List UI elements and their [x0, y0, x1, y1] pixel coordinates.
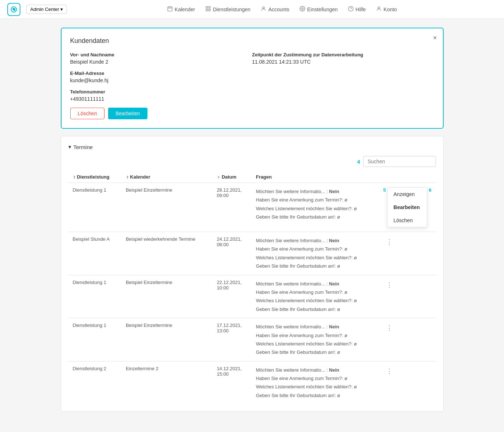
- cell-questions: Möchten Sie weitere Informatio... : Nein…: [251, 318, 379, 361]
- cell-questions: Möchten Sie weitere Informatio... : Nein…: [251, 183, 379, 232]
- svg-point-11: [302, 8, 303, 9]
- cell-service: Dienstleistung 1: [68, 183, 122, 232]
- nav-kalender[interactable]: Kalender: [167, 6, 195, 13]
- cell-actions: ⋮: [379, 361, 436, 404]
- col-header-questions: Fragen: [251, 171, 379, 183]
- svg-rect-9: [209, 9, 210, 11]
- cell-calendar: Beispiel wiederkehrende Termine: [122, 232, 213, 275]
- name-value: Beispiel Kunde 2: [70, 59, 252, 65]
- phone-value: +49301111111: [70, 96, 252, 102]
- termine-title: Termine: [74, 144, 93, 150]
- app-logo: [7, 3, 20, 16]
- admin-center-button[interactable]: Admin Center ▾: [26, 5, 67, 14]
- cell-calendar: Einzeltermine 2: [122, 361, 213, 404]
- cell-date: 24.12.2021, 08:00: [213, 232, 252, 275]
- cell-service: Dienstleistung 1: [68, 318, 122, 361]
- consent-label: Zeitpunkt der Zustimmung zur Datenverarb…: [252, 52, 434, 57]
- termine-toolbar: 4: [68, 156, 436, 167]
- cell-questions: Möchten Sie weitere Informatio... : Nein…: [251, 232, 379, 275]
- table-row: Dienstleistung 1Beispiel Einzeltermine28…: [68, 183, 436, 232]
- name-label: Vor- und Nachname: [70, 52, 252, 57]
- phone-label: Telefonnummer: [70, 89, 252, 95]
- help-icon: [348, 6, 354, 13]
- sort-icon-date: ▼: [217, 175, 221, 179]
- badge-5: 5: [383, 187, 386, 193]
- delete-button[interactable]: Löschen: [70, 108, 105, 119]
- phone-info: Telefonnummer +49301111111: [70, 89, 252, 102]
- termine-header[interactable]: ▾ Termine: [68, 144, 436, 150]
- dropdown-item-loeschen[interactable]: Löschen: [388, 214, 427, 227]
- action-dropdown: AnzeigenBearbeitenLöschen: [387, 187, 427, 227]
- email-label: E-Mail-Adresse: [70, 71, 252, 76]
- close-button[interactable]: ×: [433, 34, 437, 42]
- table-row: Dienstleistung 2Einzeltermine 214.12.202…: [68, 361, 436, 404]
- svg-rect-6: [206, 7, 208, 8]
- col-header-actions: [379, 171, 436, 183]
- termine-badge: 4: [357, 159, 360, 165]
- nav-dienstleistungen[interactable]: Dienstleistungen: [205, 6, 251, 13]
- customer-card: Kundendaten × Vor- und Nachname Beispiel…: [61, 28, 444, 129]
- table-row: Beispiel Stunde ABeispiel wiederkehrende…: [68, 232, 436, 275]
- cell-questions: Möchten Sie weitere Informatio... : Nein…: [251, 275, 379, 318]
- svg-rect-7: [209, 7, 210, 8]
- chevron-down-icon: ▾: [68, 144, 71, 150]
- termine-table: ⬆ Dienstleistung ⬆ Kalender ▼ Datum Frag…: [68, 171, 436, 404]
- cell-actions: ⋮: [379, 232, 436, 275]
- main-content: Kundendaten × Vor- und Nachname Beispiel…: [52, 19, 452, 420]
- sort-icon-service: ⬆: [73, 175, 76, 179]
- name-info: Vor- und Nachname Beispiel Kunde 2: [70, 52, 252, 65]
- cell-service: Dienstleistung 2: [68, 361, 122, 404]
- consent-info: Zeitpunkt der Zustimmung zur Datenverarb…: [252, 52, 434, 65]
- cell-date: 14.12.2021, 15:00: [213, 361, 252, 404]
- user-icon: [376, 6, 382, 13]
- email-info: E-Mail-Adresse kunde@kunde.hj: [70, 71, 252, 83]
- col-header-calendar: ⬆ Kalender: [122, 171, 213, 183]
- accounts-icon: [261, 6, 266, 13]
- col-header-service: ⬆ Dienstleistung: [68, 171, 122, 183]
- cell-date: 17.12.2021, 13:00: [213, 318, 252, 361]
- nav-hilfe[interactable]: Hilfe: [348, 6, 366, 13]
- main-nav: Kalender Dienstleistungen Accounts Einst…: [167, 6, 397, 13]
- svg-point-10: [263, 7, 265, 9]
- col-header-date: ▼ Datum: [213, 171, 252, 183]
- dropdown-item-anzeigen[interactable]: Anzeigen: [388, 188, 427, 201]
- search-input[interactable]: [363, 156, 436, 167]
- customer-card-title: Kundendaten: [70, 37, 434, 45]
- name-section: Vor- und Nachname Beispiel Kunde 2 E-Mai…: [70, 52, 252, 119]
- settings-icon: [299, 6, 305, 13]
- termine-section: ▾ Termine 4 ⬆ Dienstleistung ⬆ Kalender: [61, 136, 444, 412]
- cell-questions: Möchten Sie weitere Informatio... : Nein…: [251, 361, 379, 404]
- edit-button[interactable]: Bearbeiten: [108, 108, 147, 119]
- svg-point-14: [378, 7, 380, 9]
- nav-konto[interactable]: Konto: [376, 6, 397, 13]
- dropdown-item-bearbeiten[interactable]: Bearbeiten: [388, 201, 427, 214]
- table-header-row: ⬆ Dienstleistung ⬆ Kalender ▼ Datum Frag…: [68, 171, 436, 183]
- cell-actions: ⋮: [379, 318, 436, 361]
- table-row: Dienstleistung 1Beispiel Einzeltermine22…: [68, 275, 436, 318]
- cell-service: Beispiel Stunde A: [68, 232, 122, 275]
- more-actions-button[interactable]: ⋮: [383, 366, 396, 377]
- nav-einstellungen[interactable]: Einstellungen: [299, 6, 338, 13]
- cell-date: 28.12.2021, 09:00: [213, 183, 252, 232]
- more-actions-button[interactable]: ⋮: [383, 280, 396, 291]
- more-actions-button[interactable]: ⋮: [383, 236, 396, 247]
- svg-rect-8: [206, 9, 208, 11]
- svg-rect-2: [168, 7, 172, 11]
- sort-icon-calendar: ⬆: [126, 175, 129, 179]
- cell-actions: ⋮: [379, 275, 436, 318]
- badge-6: 6: [429, 187, 431, 193]
- cell-actions: 5AnzeigenBearbeitenLöschen6: [379, 183, 436, 232]
- calendar-icon: [167, 6, 173, 13]
- nav-accounts[interactable]: Accounts: [261, 6, 289, 13]
- cell-calendar: Beispiel Einzeltermine: [122, 275, 213, 318]
- customer-info-grid: Vor- und Nachname Beispiel Kunde 2 E-Mai…: [70, 52, 434, 119]
- card-actions: Löschen Bearbeiten: [70, 108, 252, 119]
- cell-calendar: Beispiel Einzeltermine: [122, 183, 213, 232]
- cell-date: 22.12.2021, 10:00: [213, 275, 252, 318]
- more-actions-button[interactable]: ⋮: [383, 323, 396, 333]
- services-icon: [205, 6, 211, 13]
- cell-calendar: Beispiel Einzeltermine: [122, 318, 213, 361]
- cell-service: Dienstleistung 1: [68, 275, 122, 318]
- table-row: Dienstleistung 1Beispiel Einzeltermine17…: [68, 318, 436, 361]
- header: Admin Center ▾ Kalender Dienstleistungen…: [0, 0, 504, 19]
